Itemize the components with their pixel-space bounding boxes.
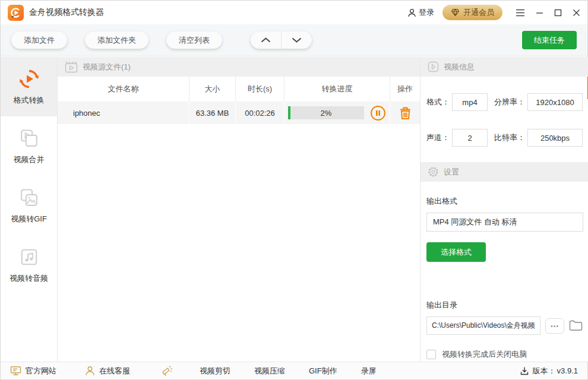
gem-icon xyxy=(451,8,460,17)
app-window: 金舟视频格式转换器 登录 开通会员 xyxy=(0,0,588,380)
delete-icon[interactable] xyxy=(399,106,412,120)
menu-icon[interactable] xyxy=(516,9,525,17)
col-action: 操作 xyxy=(390,77,420,102)
sidebar-item-video-merge[interactable]: 视频合并 xyxy=(1,116,57,176)
login-label: 登录 xyxy=(419,7,434,18)
megaphone-icon xyxy=(161,365,173,377)
add-folder-button[interactable]: 添加文件夹 xyxy=(85,31,148,49)
channels-value: 2 xyxy=(452,129,488,147)
app-logo-icon xyxy=(8,5,24,21)
online-service-label: 在线客服 xyxy=(99,366,130,376)
sidebar-item-label: 视频转音频 xyxy=(10,273,48,284)
move-up-button[interactable] xyxy=(251,31,281,49)
sidebar-item-label: 格式转换 xyxy=(14,95,45,106)
cell-file-name: iphonec xyxy=(58,102,189,124)
video-to-gif-icon xyxy=(18,187,40,208)
settings-title: 设置 xyxy=(444,167,459,178)
col-size: 大小 xyxy=(189,77,236,102)
col-file-name: 文件名称 xyxy=(58,77,189,102)
official-site-label: 官方网站 xyxy=(26,366,56,376)
resolution-label: 分辨率： xyxy=(494,97,525,107)
end-task-button[interactable]: 结束任务 xyxy=(522,31,577,49)
video-info-fields: 格式： mp4 分辨率： 1920x1080 声道： 2 比特率： 250kbp… xyxy=(421,77,588,147)
version-label: 版本： xyxy=(533,366,556,376)
cell-action xyxy=(390,102,420,124)
vip-label: 开通会员 xyxy=(463,7,494,18)
resolution-value: 1920x1080 xyxy=(527,93,583,111)
sidebar-item-label: 视频转GIF xyxy=(11,214,47,224)
sidebar-item-format-convert[interactable]: 格式转换 xyxy=(1,57,57,116)
vip-button[interactable]: 开通会员 xyxy=(442,5,502,20)
clear-list-button[interactable]: 清空列表 xyxy=(166,31,222,49)
update-icon xyxy=(520,366,529,376)
toolbar: 添加文件 添加文件夹 清空列表 结束任务 xyxy=(1,24,587,56)
official-site-link[interactable]: 官方网站 xyxy=(10,366,56,376)
format-label: 格式： xyxy=(426,97,450,107)
footer-link-screen-record[interactable]: 录屏 xyxy=(361,366,377,376)
footer-link-gif-maker[interactable]: GIF制作 xyxy=(309,366,337,376)
shutdown-checkbox-label: 视频转换完成后关闭电脑 xyxy=(442,349,527,360)
version-value: v3.9.1 xyxy=(557,366,578,375)
minimize-icon[interactable] xyxy=(536,9,543,17)
file-panel-header: 视频源文件(1) xyxy=(58,57,420,77)
output-dir-input[interactable] xyxy=(426,316,540,335)
output-format-input[interactable] xyxy=(426,213,583,232)
sidebar-item-label: 视频合并 xyxy=(14,154,45,165)
table-header: 文件名称 大小 时长(s) 转换进度 操作 xyxy=(58,77,420,102)
login-button[interactable]: 登录 xyxy=(407,7,434,18)
gear-icon xyxy=(428,166,439,178)
cell-size: 63.36 MB xyxy=(189,102,236,124)
sidebar: 格式转换 视频合并 视频转GIF xyxy=(1,57,58,362)
browse-button[interactable]: ••• xyxy=(545,318,564,334)
file-panel: 视频源文件(1) 文件名称 大小 时长(s) 转换进度 操作 iphonec 6… xyxy=(58,57,420,362)
settings-header: 设置 xyxy=(421,162,588,182)
col-progress: 转换进度 xyxy=(284,77,390,102)
format-value: mp4 xyxy=(452,93,488,111)
monitor-icon xyxy=(10,366,21,376)
cell-progress: 2% xyxy=(284,102,390,124)
promo-tools xyxy=(161,365,173,377)
video-info-icon xyxy=(428,61,439,72)
footer-link-video-cut[interactable]: 视频剪切 xyxy=(200,366,230,376)
pause-icon[interactable] xyxy=(370,105,386,121)
sidebar-item-video-to-audio[interactable]: 视频转音频 xyxy=(1,235,57,294)
shutdown-checkbox[interactable] xyxy=(426,350,436,359)
choose-format-button[interactable]: 选择格式 xyxy=(426,242,486,262)
format-convert-icon xyxy=(18,68,40,90)
version-info: 版本：v3.9.1 xyxy=(520,366,578,376)
footer: 官方网站 在线客服 视频剪切 视频压缩 GIF制作 录屏 xyxy=(1,362,587,379)
output-dir-label: 输出目录 xyxy=(426,300,583,311)
video-to-audio-icon xyxy=(18,246,40,268)
close-icon[interactable] xyxy=(573,9,580,17)
online-service-link[interactable]: 在线客服 xyxy=(85,366,130,376)
bitrate-label: 比特率： xyxy=(494,132,525,143)
right-panel: 视频信息 格式： mp4 分辨率： 1920x1080 声道： 2 比特率： 2… xyxy=(420,57,588,362)
titlebar: 金舟视频格式转换器 登录 开通会员 xyxy=(1,1,587,24)
cell-duration: 00:02:26 xyxy=(236,102,284,124)
file-panel-title: 视频源文件(1) xyxy=(83,62,131,72)
settings-body: 输出格式 选择格式 输出目录 ••• 视频转换完成后关闭电脑 xyxy=(421,182,588,360)
table-row[interactable]: iphonec 63.36 MB 00:02:26 2% xyxy=(58,102,420,124)
reorder-control xyxy=(251,31,312,49)
footer-links: 视频剪切 视频压缩 GIF制作 录屏 xyxy=(200,366,377,376)
progress-bar: 2% xyxy=(288,106,364,119)
progress-label: 2% xyxy=(288,106,364,119)
video-merge-icon xyxy=(18,128,40,149)
add-file-button[interactable]: 添加文件 xyxy=(11,31,67,49)
output-format-label: 输出格式 xyxy=(426,196,583,207)
user-icon xyxy=(407,8,416,17)
move-down-button[interactable] xyxy=(282,31,312,49)
footer-link-video-compress[interactable]: 视频压缩 xyxy=(254,366,285,376)
shutdown-option: 视频转换完成后关闭电脑 xyxy=(426,349,583,360)
open-folder-icon[interactable] xyxy=(569,320,583,331)
service-person-icon xyxy=(85,366,95,376)
film-icon xyxy=(65,61,78,73)
channels-label: 声道： xyxy=(426,132,450,143)
app-title: 金舟视频格式转换器 xyxy=(29,7,104,18)
bitrate-value: 250kbps xyxy=(527,129,583,147)
video-info-title: 视频信息 xyxy=(444,62,475,72)
maximize-icon[interactable] xyxy=(554,9,562,17)
sidebar-item-video-to-gif[interactable]: 视频转GIF xyxy=(1,176,57,235)
col-duration: 时长(s) xyxy=(236,77,284,102)
video-info-header: 视频信息 xyxy=(421,57,588,77)
